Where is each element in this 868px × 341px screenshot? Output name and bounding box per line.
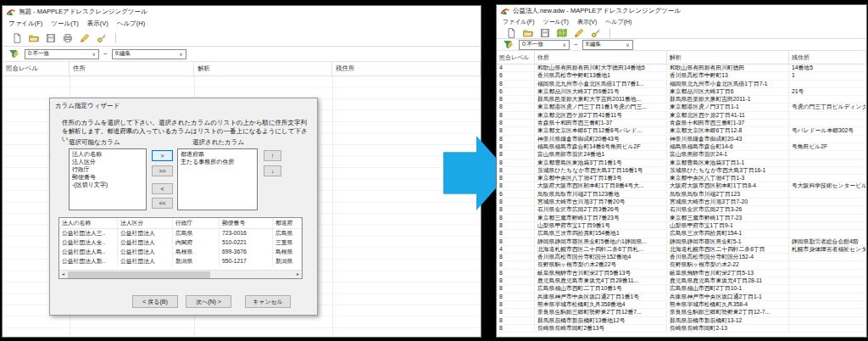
listbox-item[interactable]: 主たる事務所の住所 xyxy=(181,158,254,165)
table-row[interactable]: 8 広島県福山市西町二丁目10番1号 広島県福山市西町2丁目10-1 xyxy=(497,285,866,293)
table-row[interactable]: 8 福岡県北九州市小倉北区馬借1丁目7番1... 福岡県北九州市小倉北区馬借1丁… xyxy=(497,81,866,88)
save-button[interactable] xyxy=(44,32,57,44)
horizontal-scrollbar[interactable]: ◄ ► xyxy=(59,270,302,278)
open-folder-button[interactable] xyxy=(521,27,534,39)
listbox-item[interactable]: 法人の名称 xyxy=(72,150,143,158)
listbox-item[interactable]: -(区切り文字) xyxy=(72,181,143,188)
edit-button[interactable] xyxy=(78,32,91,44)
table-row[interactable]: 8 広島県三次市四拾貫町154番地1 広島県三次市四拾貫町154-1 xyxy=(497,230,866,238)
menu-item[interactable]: ツール(T) xyxy=(47,20,82,28)
selected-columns-listbox[interactable]: 都道府県主たる事務所の住所 xyxy=(177,148,258,210)
table-row[interactable]: 8 東京都北区西ケ原2丁目41番11号 東京都北区西ケ原2丁目41-11 xyxy=(497,112,866,120)
table-row[interactable]: 8 兵庫県神戸市中央区坂口通2丁目1番1号 兵庫県神戸市中央区坂口通2丁目1-1 xyxy=(497,293,866,301)
table-row[interactable]: 8 香川県高松市国分寺町国分152番地4 香川県高松市国分寺町国分152-4 xyxy=(497,254,866,261)
help-button[interactable] xyxy=(95,32,108,44)
new-file-button[interactable] xyxy=(10,32,23,44)
table-row[interactable]: 8 静岡県静岡市葵区黒金町5番地の1静岡県... 静岡県静岡市葵区黒金町5-1 … xyxy=(497,238,866,246)
help-button[interactable] xyxy=(589,27,602,39)
menu-item[interactable]: 表示(V) xyxy=(573,18,601,26)
column-header[interactable]: 照合レベル xyxy=(3,62,70,75)
next-button[interactable]: 次へ(N) > xyxy=(186,295,231,308)
table-row[interactable]: 8 群馬県前橋市新前橋町13番地12号 群馬県前橋市新前橋町13-12 xyxy=(497,317,866,325)
table-row[interactable]: 8 山梨県甲府市宝1丁目9番1号 山梨県甲府市宝1丁目9-1 xyxy=(497,222,866,230)
preview-column-header[interactable]: 都道府 xyxy=(273,218,302,228)
back-button[interactable]: < 戻る(B) xyxy=(132,295,178,308)
table-row[interactable]: 8 福島県福島市森合町14番6号角田ビル2F 福島県福島市森合町14-6 号角田… xyxy=(497,143,866,151)
scrollbar-thumb[interactable] xyxy=(68,271,210,278)
table-row[interactable]: 8 東京都文京区本郷6丁目12番8号パレド... 東京都文京区本郷6丁目12-8… xyxy=(497,127,866,135)
filter-button[interactable] xyxy=(502,39,515,51)
menu-item[interactable]: ファイル(F) xyxy=(498,18,539,26)
table-row[interactable]: 8 茨城県ひたちなか市西大島3丁目16番1号 茨城県ひたちなか市西大島3丁目16… xyxy=(497,167,866,175)
scroll-right-icon[interactable]: ► xyxy=(294,271,302,278)
table-row[interactable]: 8 東京都豊島区東池袋3丁目1番1号 東京都豊島区東池袋3丁目1-1 xyxy=(497,159,866,167)
listbox-item[interactable]: 都道府県 xyxy=(181,150,254,158)
move-left-button[interactable]: < xyxy=(152,183,173,194)
table-row[interactable]: 公益社団法人三.. 公益社団法人 広島県 723-0016 広島県 xyxy=(59,229,302,238)
menu-item[interactable]: 表示(V) xyxy=(83,20,113,28)
table-row[interactable]: 8 奈良県生駒郡三郷町勢野東2丁目12番7... 奈良県生駒郡三郷町勢野東2丁目… xyxy=(497,309,866,316)
column-header[interactable]: 照合レベル xyxy=(497,51,535,64)
move-up-button[interactable]: ↑ xyxy=(264,150,281,161)
table-row[interactable]: 8 宮城県大崎市古川旭3丁目7番20号 宮城県大崎市古川旭3丁目7-20 xyxy=(497,198,866,206)
column-header[interactable]: 解析 xyxy=(667,51,789,64)
move-all-right-button[interactable]: >> xyxy=(152,165,173,176)
map-button[interactable] xyxy=(555,27,568,39)
left-titlebar[interactable]: 無題 - MAPPLEアドレスクレンジングツール xyxy=(3,6,481,18)
new-file-button[interactable] xyxy=(504,27,517,39)
print-button[interactable] xyxy=(61,32,74,44)
filter-from-select[interactable]: 0:不一致 ∨ xyxy=(25,49,99,59)
menu-item[interactable]: ヘルプ(H) xyxy=(113,20,149,28)
table-row[interactable]: 8 群馬県邑楽郡大泉町大字吉田2011番地... 群馬県邑楽郡大泉町吉田2011… xyxy=(497,96,866,103)
move-down-button[interactable]: ↓ xyxy=(264,165,281,176)
preview-column-header[interactable]: 法人の名称 xyxy=(59,218,118,228)
filter-to-select[interactable]: 9:編集 ∨ xyxy=(582,40,633,50)
open-folder-button[interactable] xyxy=(27,32,40,44)
move-right-button[interactable]: > xyxy=(152,150,173,161)
table-row[interactable]: 8 青森県十和田市西三番町1-37 青森県十和田市西三番町1-37 xyxy=(497,120,866,127)
column-header[interactable]: 残住所 xyxy=(332,62,481,75)
preview-column-header[interactable]: 行政庁 xyxy=(173,218,220,228)
table-row[interactable]: 8 熊本県宇城市松橋町久具358番地4 熊本県宇城市松橋町久具358-4 xyxy=(497,301,866,309)
edit-button[interactable] xyxy=(572,27,585,39)
available-columns-listbox[interactable]: 法人の名称法人区分行政庁郵便番号-(区切り文字) xyxy=(69,148,147,210)
menu-item[interactable]: ファイル(F) xyxy=(4,20,47,28)
preview-column-header[interactable]: 法人区分 xyxy=(118,218,173,228)
table-row[interactable]: 6 鳥取県鳥取市川端2丁目123番地 鳥取県鳥取市川端2丁目123 xyxy=(497,191,866,198)
filter-from-select[interactable]: 0:不一致 ∨ xyxy=(519,40,570,50)
table-row[interactable]: 8 東京都港区虎ノ門三丁目1番1号虎の門三... 東京都港区虎ノ門3丁目1-1 … xyxy=(497,103,866,111)
table-row[interactable]: 8 長野県駒ヶ根市梨の木2番22号 長野県駒ヶ根市梨の木2-22 xyxy=(497,261,866,269)
save-button[interactable] xyxy=(538,27,551,39)
column-header[interactable]: 残住所 xyxy=(789,51,866,64)
right-titlebar[interactable]: 公益法人.new.adw - MAPPLEアドレスクレンジングツール xyxy=(497,5,866,17)
filter-to-select[interactable]: 9:編集 ∨ xyxy=(112,49,186,59)
column-header[interactable]: 住所 xyxy=(70,62,194,75)
table-row[interactable]: 8 東京都三鷹市野崎1丁目7番23号 東京都三鷹市野崎1丁目7-23 xyxy=(497,215,866,222)
listbox-item[interactable]: 行政庁 xyxy=(72,165,143,173)
listbox-item[interactable]: 法人区分 xyxy=(72,158,143,165)
table-row[interactable]: 8 石川県金沢市広岡2丁目3番26号 石川県金沢市広岡2丁目3-26 xyxy=(497,206,866,214)
table-row[interactable]: 6 東京都品川区大崎3丁目6番21号 東京都品川区大崎3丁目6 21号 xyxy=(497,88,866,96)
filter-button[interactable] xyxy=(8,48,20,60)
table-row[interactable]: 8 神奈川県鎌倉市御成町20番43号 神奈川県鎌倉市御成町20-43 xyxy=(497,136,866,143)
table-row[interactable]: 公益社団法人新.. 公益社団法人 新潟県 950-1217 新潟県 xyxy=(59,257,302,266)
table-row[interactable]: 8 富山県黒部市前沢24番地1 富山県黒部市前沢24-1 xyxy=(497,151,866,159)
menu-item[interactable]: ヘルプ(H) xyxy=(601,18,636,26)
cancel-button[interactable]: キャンセル xyxy=(245,295,291,308)
table-row[interactable]: 8 鹿児島県鹿児島市東坂元4丁目28番11... 鹿児島県鹿児島市東坂元4丁目2… xyxy=(497,277,866,285)
move-all-left-button[interactable]: << xyxy=(152,198,173,209)
table-row[interactable]: 4 北海道札幌市西区二十四軒二条6丁目札... 北海道札幌市西区二十四軒二条6丁… xyxy=(497,246,866,254)
table-row[interactable]: 6 香川県高松市中野町13番地1 香川県高松市中野町13 1 xyxy=(497,72,866,80)
table-row[interactable]: 8 岐阜県飛騨市古川町栄2丁目5番13号 岐阜県飛騨市古川町栄2丁目5-13 xyxy=(497,270,866,277)
column-header[interactable]: 解析 xyxy=(194,62,332,75)
table-row[interactable]: 公益社団法人島.. 公益社団法人 島根県 699-3676 島根県 xyxy=(59,248,302,257)
column-header[interactable]: 住所 xyxy=(535,51,667,64)
table-row[interactable]: 8 東京都中央区八丁堀4丁目1番3号 東京都中央区八丁堀4丁目1-3 xyxy=(497,175,866,182)
table-row[interactable]: 4 和歌山県有田郡有田川町大字徳田14番地5 和歌山県有田郡有田川町徳田 14番… xyxy=(497,64,866,72)
menu-item[interactable]: ツール(T) xyxy=(539,18,573,26)
table-row[interactable]: 8 長崎県長崎市岡町2番13号 長崎県長崎市岡町2-13 xyxy=(497,325,866,333)
listbox-item[interactable]: 郵便番号 xyxy=(72,173,143,181)
preview-column-header[interactable]: 郵便番号 xyxy=(220,218,273,228)
table-row[interactable]: 8 大阪府大阪市西区靭本町1丁目8番4号大... 大阪府大阪市西区靭本町1丁目8… xyxy=(497,182,866,190)
scroll-left-icon[interactable]: ◄ xyxy=(59,271,67,278)
